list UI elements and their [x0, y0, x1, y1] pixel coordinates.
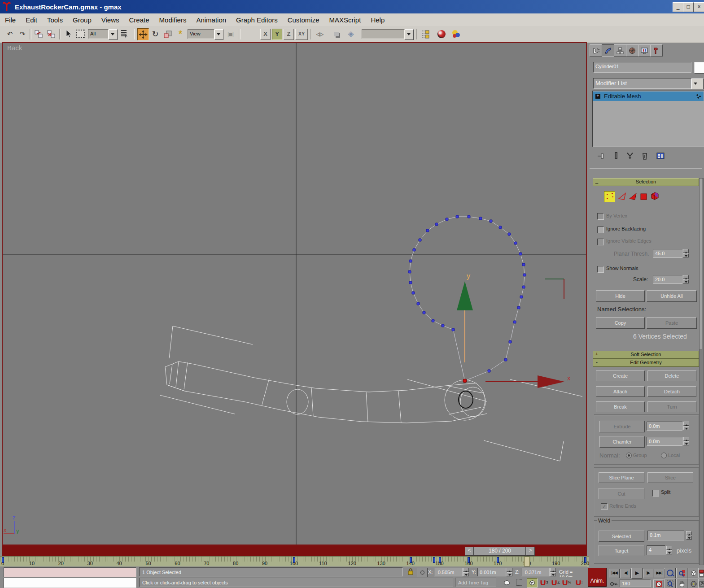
- menu-animation[interactable]: Animation: [191, 15, 231, 25]
- panel-scrollbar-thumb[interactable]: [700, 179, 702, 349]
- extrude-spinner[interactable]: [683, 422, 689, 431]
- spinner-snap-button[interactable]: ↕: [574, 578, 584, 587]
- key-mode-toggle[interactable]: [609, 579, 619, 588]
- cam-vertex-25[interactable]: [413, 248, 415, 251]
- time-configuration-button[interactable]: [653, 579, 664, 588]
- z-coord-spinner[interactable]: [550, 568, 556, 576]
- planar-thresh-field[interactable]: 45.0: [653, 249, 682, 258]
- track-key-frame-160[interactable]: [468, 557, 470, 563]
- detach-button[interactable]: Detach: [647, 386, 696, 397]
- cam-vertex-23[interactable]: [408, 270, 411, 273]
- menu-maxscript[interactable]: MAXScript: [324, 15, 366, 25]
- menu-create[interactable]: Create: [124, 15, 154, 25]
- split-checkbox[interactable]: [652, 490, 659, 497]
- min-max-toggle-button[interactable]: [698, 579, 704, 588]
- hide-button[interactable]: Hide: [596, 290, 645, 302]
- attach-button[interactable]: Attach: [596, 386, 645, 397]
- tab-utilities[interactable]: [650, 44, 663, 57]
- unhide-all-button[interactable]: Unhide All: [647, 290, 697, 302]
- cam-vertex-24[interactable]: [409, 260, 412, 262]
- create-button[interactable]: Create: [596, 370, 645, 381]
- weld-selected-spinner[interactable]: [686, 531, 692, 540]
- select-and-link-button[interactable]: [33, 28, 44, 39]
- tab-hierarchy[interactable]: [614, 44, 626, 57]
- cam-vertex-19[interactable]: [423, 311, 425, 314]
- cam-vertex-0[interactable]: [468, 215, 470, 218]
- rollout-collapse-icon[interactable]: -: [594, 360, 599, 365]
- rollout-edit-geometry-header[interactable]: - Edit Geometry: [593, 359, 699, 367]
- object-color-swatch[interactable]: [694, 62, 704, 74]
- animate-button[interactable]: Anim.: [588, 568, 607, 587]
- rollout-expand-icon[interactable]: +: [594, 352, 599, 357]
- menu-file[interactable]: File: [0, 15, 21, 25]
- close-button[interactable]: ×: [694, 2, 704, 12]
- selection-filter-dropdown[interactable]: All: [88, 29, 109, 39]
- select-and-move-button[interactable]: [137, 28, 149, 40]
- pin-stack-icon[interactable]: [597, 152, 607, 161]
- viewport-back[interactable]: Back: [2, 42, 587, 545]
- previous-frame-button[interactable]: ◀|: [621, 569, 631, 578]
- degradation-override-button[interactable]: [502, 578, 512, 587]
- rollout-selection-header[interactable]: _ Selection: [593, 178, 699, 186]
- tab-modify[interactable]: [602, 44, 614, 57]
- cam-vertex-10[interactable]: [520, 296, 523, 298]
- slice-plane-button[interactable]: Slice Plane: [599, 472, 644, 483]
- transform-gizmo[interactable]: y x: [457, 272, 571, 388]
- named-selection-sets-dropdown[interactable]: [362, 29, 405, 39]
- track-key-frame-148[interactable]: [433, 557, 435, 563]
- cam-vertex-5[interactable]: [514, 242, 517, 244]
- track-key-frame-140[interactable]: [410, 557, 412, 563]
- percent-snap-button[interactable]: %: [562, 578, 572, 587]
- weld-target-field[interactable]: 4: [647, 545, 665, 555]
- ignore-backfacing-checkbox[interactable]: [597, 226, 604, 233]
- cam-vertex-17[interactable]: [442, 324, 444, 327]
- tab-motion[interactable]: [626, 44, 638, 57]
- weld-selected-field[interactable]: 0.1m: [647, 531, 684, 540]
- turn-button[interactable]: Turn: [647, 401, 696, 412]
- arc-rotate-button[interactable]: [688, 579, 699, 588]
- planar-thresh-spinner[interactable]: [683, 249, 689, 258]
- track-key-frame-150[interactable]: [439, 557, 441, 563]
- ignore-visible-edges-checkbox[interactable]: [597, 239, 604, 245]
- current-frame-field[interactable]: 180: [620, 579, 651, 587]
- cam-vertex-30[interactable]: [456, 215, 459, 218]
- normal-group-radio[interactable]: [626, 453, 632, 458]
- zoom-all-button[interactable]: [676, 568, 687, 578]
- restrict-x-button[interactable]: X: [260, 29, 271, 40]
- copy-button[interactable]: Copy: [596, 317, 645, 329]
- cam-vertex-3[interactable]: [499, 226, 502, 229]
- configure-modifier-sets-icon[interactable]: [656, 152, 667, 161]
- track-key-frame-200[interactable]: [584, 557, 586, 563]
- by-vertex-checkbox[interactable]: [597, 213, 604, 220]
- selection-filter-arrow[interactable]: [109, 29, 118, 40]
- extrude-button[interactable]: Extrude: [599, 421, 645, 432]
- render-button[interactable]: [450, 28, 461, 39]
- rollout-soft-selection-header[interactable]: + Soft Selection: [593, 351, 699, 359]
- gizmo-x-arrowhead[interactable]: [538, 375, 564, 388]
- selection-lock-toggle[interactable]: [406, 567, 415, 576]
- modifier-list-arrow[interactable]: [691, 78, 704, 89]
- track-key-frame-0[interactable]: [2, 557, 4, 563]
- tab-create[interactable]: [590, 44, 602, 57]
- extrude-field[interactable]: 0.0m: [647, 422, 682, 431]
- cam-vertex-28[interactable]: [435, 223, 438, 226]
- chamfer-spinner[interactable]: [683, 437, 689, 446]
- maxscript-mini-listener-white[interactable]: [4, 578, 136, 588]
- show-end-result-icon[interactable]: [611, 152, 621, 161]
- region-zoom-button[interactable]: [665, 579, 676, 588]
- selection-region-cycle-button[interactable]: [514, 578, 524, 587]
- show-normals-checkbox[interactable]: [597, 266, 604, 273]
- track-bar[interactable]: 0102030405060708090100110120130140150160…: [0, 556, 589, 567]
- redo-button[interactable]: ↷: [17, 28, 28, 39]
- unlink-selection-button[interactable]: [46, 28, 57, 39]
- cam-vertex-1[interactable]: [479, 217, 482, 220]
- restrict-y-button[interactable]: Y: [272, 29, 282, 40]
- cam-vertex-6[interactable]: [519, 253, 522, 255]
- gizmo-y-arrowhead[interactable]: [457, 281, 473, 310]
- maxscript-mini-listener-pink[interactable]: [4, 567, 136, 577]
- rectangular-selection-region-button[interactable]: [75, 28, 86, 39]
- delete-button[interactable]: Delete: [647, 370, 696, 381]
- stack-row-editable-mesh[interactable]: + Editable Mesh: [593, 91, 704, 101]
- make-unique-icon[interactable]: [625, 152, 635, 161]
- zoom-button[interactable]: [665, 568, 676, 578]
